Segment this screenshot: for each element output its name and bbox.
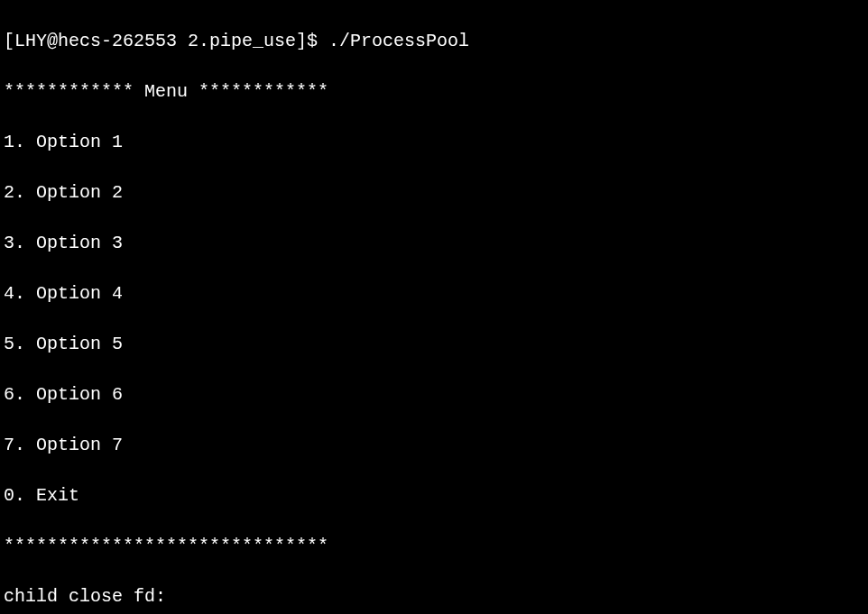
- menu-item: 1. Option 1: [4, 130, 864, 155]
- terminal-output[interactable]: [LHY@hecs-262553 2.pipe_use]$ ./ProcessP…: [4, 4, 864, 614]
- menu-item: 0. Exit: [4, 483, 864, 509]
- menu-footer: ******************************: [4, 534, 864, 559]
- shell-prompt: [LHY@hecs-262553 2.pipe_use]$: [4, 31, 328, 51]
- menu-item: 2. Option 2: [4, 180, 864, 206]
- menu-item: 4. Option 4: [4, 281, 864, 307]
- menu-item: 3. Option 3: [4, 231, 864, 256]
- menu-item: 5. Option 5: [4, 332, 864, 357]
- output-line: child close fd:: [4, 584, 864, 609]
- command-text: ./ProcessPool: [328, 31, 469, 51]
- menu-item: 7. Option 7: [4, 433, 864, 458]
- menu-item: 6. Option 6: [4, 382, 864, 408]
- menu-header: ************ Menu ************: [4, 79, 864, 105]
- prompt-line: [LHY@hecs-262553 2.pipe_use]$ ./ProcessP…: [4, 29, 864, 54]
